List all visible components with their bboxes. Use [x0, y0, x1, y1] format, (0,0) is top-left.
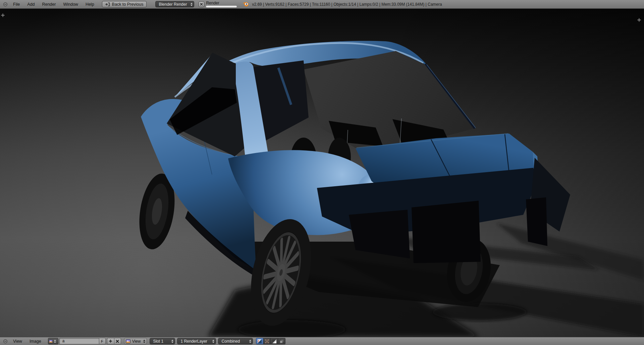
draw-channel-alpha[interactable]: [271, 338, 278, 344]
menu-view[interactable]: View: [9, 339, 26, 344]
plus-icon: [109, 339, 112, 343]
menu-help[interactable]: Help: [82, 2, 98, 7]
image-thumbnail-icon: [49, 339, 53, 343]
z-buffer-icon: [279, 339, 284, 344]
cancel-render-button[interactable]: [199, 1, 204, 7]
color-channel-icon: [257, 339, 262, 344]
render-job-progress: Render: [199, 1, 237, 7]
menu-window[interactable]: Window: [59, 2, 82, 7]
scene-statistics: v2.69 | Verts:9162 | Faces:5729 | Tris:1…: [252, 2, 442, 7]
render-pass-stepper[interactable]: [248, 340, 253, 343]
menu-file[interactable]: File: [9, 2, 23, 7]
cancel-x-icon: [200, 3, 203, 6]
image-browse-button[interactable]: [48, 338, 58, 344]
render-engine-value: Blender Render: [156, 2, 189, 7]
render-pass-value: Combined: [218, 339, 248, 344]
render-pass-select[interactable]: Combined: [218, 338, 253, 344]
unlink-image-button[interactable]: [114, 338, 121, 344]
x-icon: [116, 340, 119, 343]
expand-region-button-right[interactable]: [637, 17, 641, 22]
menu-image[interactable]: Image: [26, 339, 45, 344]
view-mode-value: View: [130, 339, 142, 344]
blender-logo: [243, 2, 249, 7]
draw-channel-color[interactable]: [256, 338, 263, 344]
render-slot-select[interactable]: Slot 1: [150, 338, 175, 344]
render-progress-body: Render: [206, 1, 237, 7]
back-arrow-icon: [105, 2, 110, 6]
back-to-previous-button[interactable]: Back to Previous: [102, 1, 147, 7]
view-mode-stepper[interactable]: [142, 340, 147, 343]
info-editor-type-button[interactable]: [1, 0, 9, 8]
alpha-channel-icon: [272, 339, 277, 344]
render-job-label: Render: [206, 1, 237, 5]
draw-channels-group: [256, 338, 285, 344]
image-editor-type-button[interactable]: [1, 337, 9, 345]
render-slot-stepper[interactable]: [170, 340, 175, 343]
draw-channel-z-buffer[interactable]: [278, 338, 285, 344]
color-alpha-channel-icon: [265, 339, 269, 344]
engine-stepper-arrows[interactable]: [189, 3, 194, 6]
render-slot-value: Slot 1: [150, 339, 170, 344]
render-layer-value: 1 RenderLayer: [177, 339, 211, 344]
draw-channel-color-alpha[interactable]: [263, 338, 271, 344]
image-pin-view-select[interactable]: View: [124, 338, 147, 344]
render-engine-select[interactable]: Blender Render: [155, 1, 194, 7]
menu-add[interactable]: Add: [23, 2, 38, 7]
expand-region-button-left[interactable]: [1, 13, 5, 17]
fake-user-button[interactable]: F: [99, 338, 106, 344]
render-progress-track: [206, 6, 237, 7]
render-layer-select[interactable]: 1 RenderLayer: [177, 338, 216, 344]
top-header-bar: File Add Render Window Help Back to Prev…: [0, 0, 644, 9]
render-progress-fill: [206, 6, 237, 7]
new-image-button[interactable]: [107, 338, 114, 344]
render-layer-stepper[interactable]: [211, 340, 216, 343]
image-add-unlink-group: [107, 338, 121, 344]
image-name-input[interactable]: a: [59, 338, 99, 344]
image-thumbnail-icon: [126, 339, 130, 343]
render-result-canvas[interactable]: [0, 9, 644, 337]
back-to-previous-label: Back to Previous: [112, 2, 144, 7]
plus-icon: [1, 13, 5, 17]
image-editor-header-bar: View Image a F View: [0, 337, 644, 345]
menu-render[interactable]: Render: [38, 2, 59, 7]
image-datablock-group: a F: [59, 338, 106, 344]
render-result-image: [0, 9, 644, 337]
image-editor-icon: [3, 339, 8, 344]
image-browse-stepper[interactable]: [53, 340, 57, 343]
info-editor-icon: [3, 2, 8, 7]
plus-icon: [637, 18, 641, 22]
